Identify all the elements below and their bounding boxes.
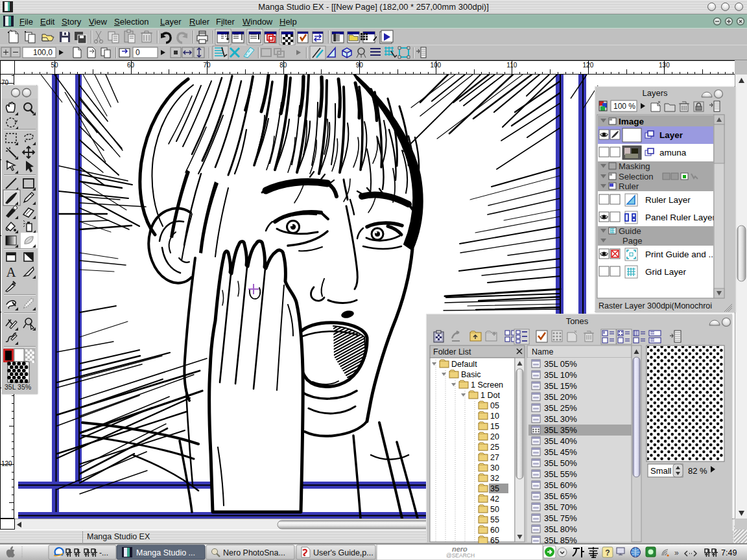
svg-text:32: 32 [490,474,499,483]
svg-text:30: 30 [490,463,499,472]
svg-text:Layer: Layer [659,130,683,140]
svg-text:?: ? [605,548,610,557]
svg-text:20: 20 [490,432,499,441]
svg-text:Panel Ruler Layer: Panel Ruler Layer [645,213,716,222]
svg-text:35L 25%: 35L 25% [544,403,577,413]
svg-text:amuna: amuna [659,148,687,158]
svg-text:Masking: Masking [619,161,650,171]
svg-text:Small: Small [650,466,672,476]
svg-text:A: A [6,264,16,280]
svg-text:Guide: Guide [619,226,641,236]
svg-text:35L 20%: 35L 20% [544,392,577,402]
svg-text:0: 0 [136,48,140,57]
svg-text:35L 50%: 35L 50% [544,458,577,468]
svg-text:35L 80%: 35L 80% [544,524,577,534]
svg-text:Tones: Tones [566,316,589,326]
svg-text:35L 35%: 35L 35% [544,425,577,435]
svg-text:Selection: Selection [619,172,653,181]
svg-text:Manga Studio ...: Manga Studio ... [136,548,195,557]
svg-text:100 %: 100 % [613,102,635,111]
svg-text:35L 15%: 35L 15% [544,381,577,391]
svg-text:Ruler Layer: Ruler Layer [645,195,691,205]
svg-text:Page: Page [622,236,642,246]
svg-text:35L 45%: 35L 45% [544,447,577,457]
svg-text:35L 10%: 35L 10% [544,370,577,380]
svg-text:Default: Default [451,360,477,369]
svg-text:35L 05%: 35L 05% [544,359,577,369]
svg-text:User's Guide,p...: User's Guide,p... [313,548,374,557]
svg-text:60: 60 [490,526,499,535]
svg-text:35L 40%: 35L 40% [544,436,577,446]
svg-text:42: 42 [490,495,499,504]
svg-text:10: 10 [490,412,499,421]
svg-text:Basic: Basic [461,370,481,379]
svg-text:35L 55%: 35L 55% [544,469,577,479]
svg-text:35L 65%: 35L 65% [544,491,577,501]
svg-text:50: 50 [490,505,499,514]
svg-text:27: 27 [490,453,499,462]
svg-text:55: 55 [490,515,499,524]
svg-text:Grid Layer: Grid Layer [645,267,687,277]
svg-text:35L 70%: 35L 70% [544,502,577,512]
svg-text:Image: Image [619,117,645,126]
svg-text:Raster Layer 300dpi(Monochroi: Raster Layer 300dpi(Monochroi [599,301,712,310]
svg-text:Ruler: Ruler [619,181,639,191]
svg-text:35: 35 [490,484,499,493]
svg-text:82 %: 82 % [688,466,707,476]
svg-text:Layers: Layers [642,88,668,98]
svg-text:Name: Name [532,347,553,356]
svg-text:35L 30%: 35L 30% [544,414,577,424]
svg-text:7:49: 7:49 [721,548,737,557]
svg-text:Nero PhotoSna...: Nero PhotoSna... [223,548,285,557]
svg-text:05: 05 [490,401,499,410]
svg-text:1 Dot: 1 Dot [480,391,500,400]
svg-text:@SEARCH: @SEARCH [446,552,475,559]
svg-text:»: » [674,548,679,557]
svg-text:25: 25 [490,443,499,452]
svg-text:100,0: 100,0 [33,48,53,57]
svg-text:15: 15 [490,422,499,431]
svg-text:Folder List: Folder List [433,347,471,356]
svg-text:35L 75%: 35L 75% [544,513,577,523]
svg-text:-...: -... [99,548,108,557]
svg-text:35L 60%: 35L 60% [544,480,577,490]
svg-text:35L 35%: 35L 35% [5,383,31,391]
svg-text:1 Screen: 1 Screen [471,380,503,390]
svg-text:Print Guide and ...: Print Guide and ... [645,250,716,259]
